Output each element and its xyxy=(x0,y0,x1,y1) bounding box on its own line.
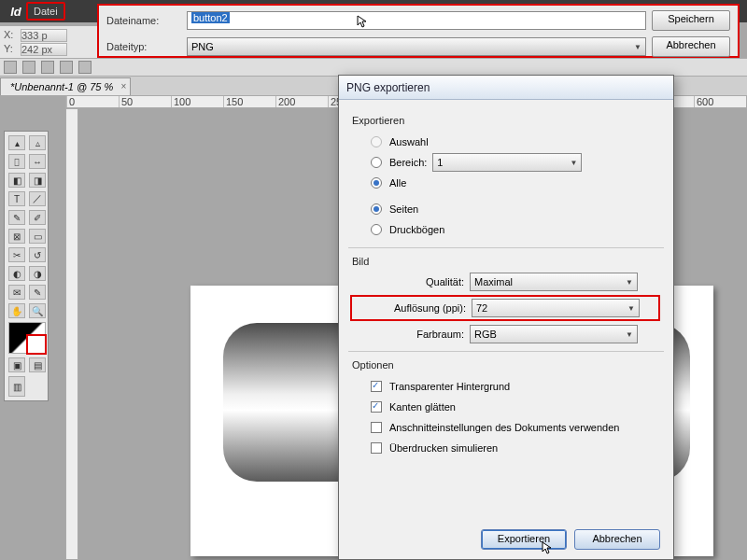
file-save-panel: Dateiname: button2 Speichern Dateityp: P… xyxy=(97,4,740,58)
radio-range[interactable] xyxy=(371,157,382,168)
fill-stroke-swatch[interactable] xyxy=(8,322,46,354)
resolution-value: 72 xyxy=(476,302,487,314)
tools-palette: ▴ ▵ ⌷ ↔ ◧ ◨ T ／ ✎ ✐ ⊠ ▭ ✂ ↺ ◐ ◑ ✉ ✎ ✋ 🔍 … xyxy=(4,131,49,401)
filetype-label: Dateityp: xyxy=(106,41,181,52)
radio-pages[interactable] xyxy=(371,203,382,215)
png-export-dialog: PNG exportieren Exportieren Auswahl Bere… xyxy=(338,75,674,560)
radio-spreads-label: Druckbögen xyxy=(389,224,444,235)
apply-color-icon[interactable]: ▣ xyxy=(8,357,25,372)
filetype-value: PNG xyxy=(191,41,214,52)
radio-all-label: Alle xyxy=(389,177,406,189)
filename-label: Dateiname: xyxy=(106,15,181,26)
radio-range-label: Bereich: xyxy=(389,157,427,168)
chevron-down-icon: ▼ xyxy=(627,304,635,313)
options-section-label: Optionen xyxy=(352,359,660,371)
hand-tool-icon[interactable]: ✋ xyxy=(8,303,25,318)
rectangle-frame-tool-icon[interactable]: ⊠ xyxy=(8,229,25,244)
ruler-tick: 0 xyxy=(66,96,119,107)
y-field[interactable]: 242 px xyxy=(21,43,67,56)
check-antialias-label: Kanten glätten xyxy=(389,401,456,413)
radio-all[interactable] xyxy=(371,177,382,189)
zoom-tool-icon[interactable]: 🔍 xyxy=(29,303,46,318)
chevron-down-icon: ▼ xyxy=(570,159,577,167)
icon-generic[interactable] xyxy=(4,61,17,74)
direct-selection-tool-icon[interactable]: ▵ xyxy=(29,135,46,150)
quality-value: Maximal xyxy=(474,276,513,287)
ruler-tick: 100 xyxy=(171,96,223,107)
dialog-titlebar[interactable]: PNG exportieren xyxy=(339,76,673,100)
quality-dropdown[interactable]: Maximal ▼ xyxy=(470,273,638,291)
chevron-down-icon: ▼ xyxy=(634,43,641,51)
icon-generic[interactable] xyxy=(60,61,73,74)
radio-pages-label: Seiten xyxy=(389,203,418,215)
cancel-button[interactable]: Abbrechen xyxy=(652,36,730,57)
vertical-ruler xyxy=(65,108,78,560)
transform-panel: X:333 p Y:242 px xyxy=(0,26,97,60)
selection-tool-icon[interactable]: ▴ xyxy=(8,135,25,150)
check-bleed[interactable] xyxy=(371,422,382,433)
free-transform-tool-icon[interactable]: ↺ xyxy=(29,247,46,262)
colorspace-label: Farbraum: xyxy=(352,329,464,340)
icon-generic[interactable] xyxy=(41,61,54,74)
document-tab[interactable]: *Unbenannt-1 @ 75 % × xyxy=(0,77,131,95)
x-label: X: xyxy=(4,29,13,40)
rectangle-tool-icon[interactable]: ▭ xyxy=(29,229,46,244)
gradient-swatch-tool-icon[interactable]: ◐ xyxy=(8,266,25,281)
radio-selection-label: Auswahl xyxy=(389,136,429,147)
icon-generic[interactable] xyxy=(22,61,35,74)
app-logo-indesign: Id xyxy=(6,2,26,21)
content-placer-icon[interactable]: ◨ xyxy=(29,173,46,188)
filetype-dropdown[interactable]: PNG ▼ xyxy=(187,37,646,56)
chevron-down-icon: ▼ xyxy=(626,278,633,287)
colorspace-value: RGB xyxy=(474,329,497,340)
eyedropper-tool-icon[interactable]: ✎ xyxy=(29,285,46,300)
export-button[interactable]: Exportieren xyxy=(481,529,567,550)
gap-tool-icon[interactable]: ↔ xyxy=(29,154,46,169)
apply-gradient-icon[interactable]: ▤ xyxy=(29,357,46,372)
ruler-tick: 200 xyxy=(275,96,328,107)
check-antialias[interactable] xyxy=(371,401,382,413)
menu-file[interactable]: Datei xyxy=(26,2,65,21)
radio-selection xyxy=(371,136,382,147)
pencil-tool-icon[interactable]: ✐ xyxy=(29,210,46,225)
gradient-feather-tool-icon[interactable]: ◑ xyxy=(29,266,46,281)
chevron-down-icon: ▼ xyxy=(626,330,633,339)
export-section-label: Exportieren xyxy=(352,115,660,126)
image-section-label: Bild xyxy=(352,256,660,267)
filename-input[interactable]: button2 xyxy=(187,11,646,30)
filename-selection: button2 xyxy=(191,12,230,23)
x-field[interactable]: 333 p xyxy=(21,29,67,42)
resolution-dropdown[interactable]: 72 ▼ xyxy=(472,299,640,317)
ruler-tick: 600 xyxy=(694,96,746,107)
radio-spreads[interactable] xyxy=(371,224,382,235)
line-tool-icon[interactable]: ／ xyxy=(29,191,46,206)
scissors-tool-icon[interactable]: ✂ xyxy=(8,247,25,262)
page-tool-icon[interactable]: ⌷ xyxy=(8,154,25,169)
type-tool-icon[interactable]: T xyxy=(8,191,25,206)
save-button[interactable]: Speichern xyxy=(652,10,730,31)
document-tab-label: *Unbenannt-1 @ 75 % xyxy=(10,81,113,92)
ruler-tick: 150 xyxy=(223,96,275,107)
colorspace-dropdown[interactable]: RGB ▼ xyxy=(470,325,638,343)
cursor-icon xyxy=(356,14,371,31)
range-value: 1 xyxy=(437,157,443,168)
range-dropdown[interactable]: 1 ▼ xyxy=(432,153,582,172)
check-transparent-bg-label: Transparenter Hintergrund xyxy=(389,381,510,392)
dialog-cancel-button[interactable]: Abbrechen xyxy=(574,529,660,550)
resolution-label: Auflösung (ppi): xyxy=(354,302,466,314)
view-mode-icon[interactable]: ▥ xyxy=(8,376,25,397)
check-transparent-bg[interactable] xyxy=(371,381,382,392)
pen-tool-icon[interactable]: ✎ xyxy=(8,210,25,225)
note-tool-icon[interactable]: ✉ xyxy=(8,285,25,300)
check-bleed-label: Anschnitteinstellungen des Dokuments ver… xyxy=(389,422,619,433)
check-overprint[interactable] xyxy=(371,442,382,454)
content-collector-icon[interactable]: ◧ xyxy=(8,173,25,188)
control-bar xyxy=(0,58,747,77)
icon-generic[interactable] xyxy=(78,61,92,74)
quality-label: Qualität: xyxy=(352,276,464,287)
ruler-tick: 50 xyxy=(119,96,171,107)
close-icon[interactable]: × xyxy=(120,81,126,91)
y-label: Y: xyxy=(4,43,13,54)
check-overprint-label: Überdrucken simulieren xyxy=(389,442,498,454)
